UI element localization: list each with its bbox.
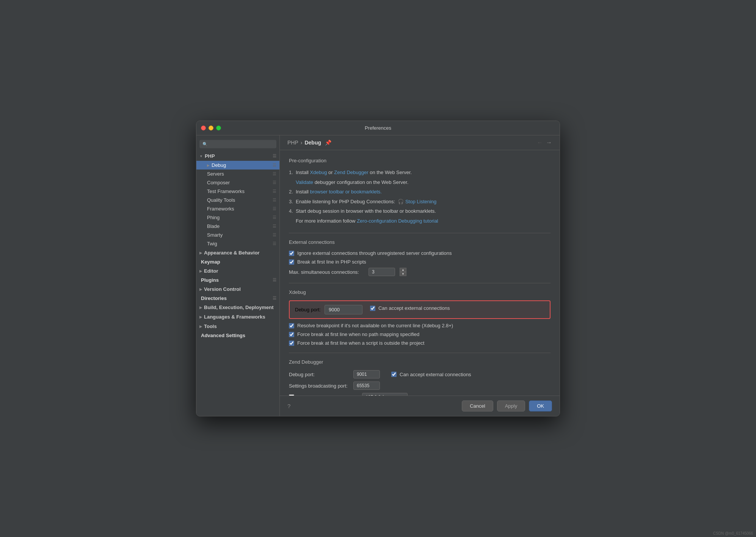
- pin-icon: ☰: [273, 198, 276, 203]
- pre-item-info: For more information follow Zero-configu…: [289, 217, 551, 225]
- chevron-right-icon: ▶: [199, 325, 202, 328]
- xdebug-link[interactable]: Xdebug: [310, 170, 327, 175]
- divider-1: [289, 233, 551, 233]
- sidebar-item-plugins[interactable]: Plugins ☰: [196, 276, 279, 284]
- zend-section: Zend Debugger Debug port: Can accept ext…: [289, 359, 551, 396]
- pin-icon: 📌: [325, 140, 331, 146]
- zend-port-input[interactable]: [353, 370, 380, 378]
- ignore-ext-checkbox[interactable]: [289, 251, 294, 256]
- cancel-button[interactable]: Cancel: [462, 400, 493, 411]
- sidebar-item-label: Quality Tools: [207, 197, 235, 203]
- ok-button[interactable]: OK: [529, 400, 552, 411]
- force-break-path-row: Force break at first line when no path m…: [289, 331, 551, 337]
- sidebar-item-label: Version Control: [204, 286, 241, 292]
- spinner: ▲ ▼: [399, 268, 406, 276]
- spinner-down-button[interactable]: ▼: [400, 272, 406, 276]
- sidebar-item-smarty[interactable]: Smarty ☰: [196, 231, 279, 239]
- pre-item-validate: Validate debugger configuration on the W…: [289, 179, 551, 186]
- sidebar: 🔍 ▼ PHP ☰ ▶ Debug ☰ Servers ☰: [196, 135, 280, 416]
- breadcrumb: PHP › Debug 📌: [287, 140, 331, 146]
- main-header: PHP › Debug 📌 ← →: [280, 135, 560, 150]
- sidebar-item-servers[interactable]: Servers ☰: [196, 170, 279, 178]
- sidebar-item-build[interactable]: ▶ Build, Execution, Deployment: [196, 303, 279, 312]
- content-area: 🔍 ▼ PHP ☰ ▶ Debug ☰ Servers ☰: [196, 135, 560, 416]
- xdebug-accept-checkbox[interactable]: [370, 306, 375, 311]
- ext-connections-section: External connections Ignore external con…: [289, 239, 551, 276]
- preconfiguration-title: Pre-configuration: [289, 158, 551, 163]
- minimize-button[interactable]: [209, 126, 213, 130]
- sidebar-item-keymap[interactable]: Keymap: [196, 258, 279, 266]
- search-input[interactable]: [210, 141, 273, 147]
- sidebar-item-label: Composer: [207, 180, 230, 185]
- sidebar-item-label: Directories: [201, 295, 227, 301]
- sidebar-item-php[interactable]: ▼ PHP ☰: [196, 151, 279, 161]
- sidebar-item-composer[interactable]: Composer ☰: [196, 178, 279, 187]
- xdebug-port-input[interactable]: [325, 305, 362, 314]
- max-connections-label: Max. simultaneous connections:: [289, 269, 365, 275]
- max-connections-input[interactable]: [369, 268, 395, 276]
- sidebar-item-tools[interactable]: ▶ Tools: [196, 322, 279, 331]
- sidebar-item-label: Languages & Frameworks: [204, 314, 265, 320]
- sidebar-item-label: Twig: [207, 241, 217, 247]
- sidebar-item-label: Editor: [204, 268, 218, 274]
- chevron-right-icon: ▶: [199, 287, 202, 291]
- sidebar-item-blade[interactable]: Blade ☰: [196, 222, 279, 231]
- divider-2: [289, 283, 551, 283]
- sidebar-item-test-frameworks[interactable]: Test Frameworks ☰: [196, 187, 279, 196]
- help-icon[interactable]: ?: [287, 403, 290, 409]
- validate-link[interactable]: Validate: [296, 179, 313, 185]
- zend-auto-ip-input[interactable]: [362, 393, 408, 396]
- close-button[interactable]: [201, 126, 206, 130]
- sidebar-item-editor[interactable]: ▶ Editor: [196, 266, 279, 276]
- chevron-right-icon: ▶: [199, 251, 202, 255]
- force-break-outside-checkbox[interactable]: [289, 341, 294, 346]
- zend-auto-row: Automatically detect IDE IP:: [289, 393, 551, 396]
- pin-icon: ☰: [273, 215, 276, 220]
- pin-icon: ☰: [273, 154, 276, 159]
- ignore-ext-row: Ignore external connections through unre…: [289, 250, 551, 256]
- resolve-bp-checkbox[interactable]: [289, 323, 294, 328]
- maximize-button[interactable]: [216, 126, 221, 130]
- sidebar-item-frameworks[interactable]: Frameworks ☰: [196, 204, 279, 213]
- breadcrumb-separator: ›: [301, 140, 303, 146]
- back-arrow[interactable]: ←: [537, 139, 543, 146]
- pin-icon: ☰: [273, 206, 276, 211]
- force-break-path-checkbox[interactable]: [289, 332, 294, 337]
- stop-listening-link[interactable]: Stop Listening: [405, 199, 436, 204]
- zend-debugger-link[interactable]: Zend Debugger: [334, 170, 368, 175]
- sidebar-item-debug[interactable]: ▶ Debug ☰: [196, 161, 279, 170]
- sidebar-item-appearance[interactable]: ▶ Appearance & Behavior: [196, 248, 279, 258]
- main-panel: PHP › Debug 📌 ← → Pre-configuration 1. I…: [280, 135, 560, 416]
- forward-arrow[interactable]: →: [546, 139, 552, 146]
- search-box[interactable]: 🔍: [199, 140, 276, 148]
- sidebar-item-label: Frameworks: [207, 206, 234, 212]
- max-connections-row: Max. simultaneous connections: ▲ ▼: [289, 268, 551, 276]
- sidebar-item-label: Keymap: [201, 259, 220, 265]
- pre-item-2: 2. Install browser toolbar or bookmarkle…: [289, 188, 551, 196]
- break-first-checkbox[interactable]: [289, 259, 294, 265]
- spinner-up-button[interactable]: ▲: [400, 268, 406, 272]
- sidebar-item-advanced[interactable]: Advanced Settings: [196, 331, 279, 340]
- chevron-right-icon: ▶: [199, 315, 202, 319]
- sidebar-item-twig[interactable]: Twig ☰: [196, 239, 279, 248]
- sidebar-item-phing[interactable]: Phing ☰: [196, 213, 279, 222]
- sidebar-item-label: Servers: [207, 171, 224, 177]
- sidebar-item-quality-tools[interactable]: Quality Tools ☰: [196, 196, 279, 204]
- zend-accept-checkbox[interactable]: [391, 372, 397, 377]
- sidebar-item-version-control[interactable]: ▶ Version Control: [196, 284, 279, 294]
- pin-icon: ☰: [273, 241, 276, 246]
- divider-3: [289, 353, 551, 353]
- sidebar-item-directories[interactable]: Directories ☰: [196, 294, 279, 303]
- apply-button[interactable]: Apply: [497, 400, 525, 411]
- sidebar-item-label: Debug: [212, 162, 226, 168]
- zend-broadcast-input[interactable]: [353, 382, 380, 390]
- search-icon: 🔍: [202, 142, 208, 147]
- resolve-bp-label: Resolve breakpoint if it's not available…: [297, 323, 453, 328]
- pre-num: [289, 179, 296, 186]
- zero-config-link[interactable]: Zero-configuration Debugging tutorial: [357, 218, 438, 224]
- sidebar-item-languages[interactable]: ▶ Languages & Frameworks: [196, 312, 279, 322]
- traffic-lights: [201, 126, 221, 130]
- browser-toolbar-link[interactable]: browser toolbar or bookmarklets.: [310, 189, 382, 195]
- chevron-right-icon: ▶: [199, 306, 202, 309]
- breadcrumb-parent: PHP: [287, 140, 298, 146]
